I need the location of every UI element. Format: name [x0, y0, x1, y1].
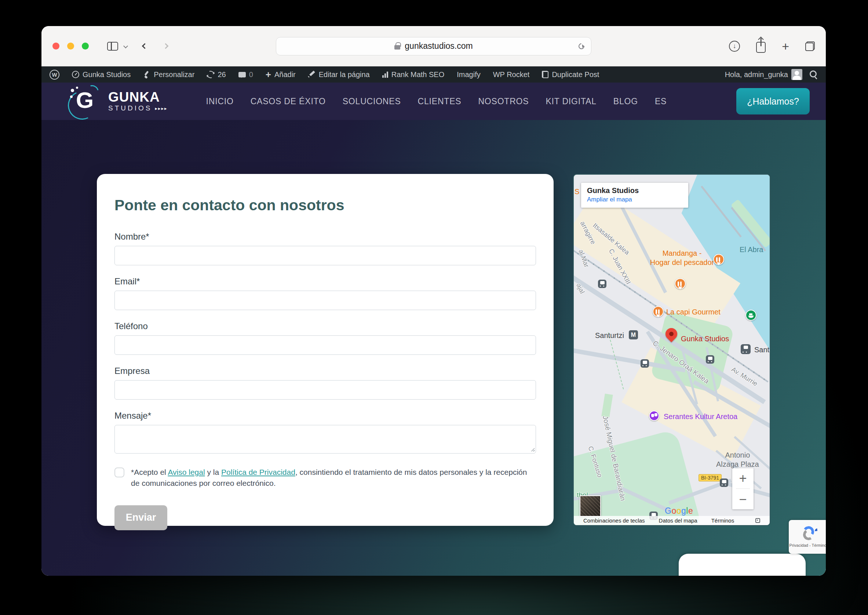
satellite-layer-thumbnail[interactable] — [580, 495, 601, 517]
map-enlarge-link[interactable]: Ampliar el mapa — [587, 196, 683, 203]
poi-label-serantes[interactable]: Serantes Kultur Aretoa — [664, 412, 737, 421]
logo-arrows: ▸▸▸▸ — [155, 106, 167, 111]
restaurant-pin-icon[interactable] — [713, 254, 724, 265]
company-label: Empresa — [114, 366, 536, 376]
admin-bar-rank-math[interactable]: Rank Math SEO — [382, 70, 445, 79]
admin-bar-comments[interactable]: 0 — [238, 70, 253, 79]
water-label-el-abra: El Abra — [740, 245, 763, 254]
fullscreen-window-button[interactable] — [82, 42, 89, 50]
message-field[interactable] — [114, 425, 536, 454]
map-attribution-bar: Combinaciones de teclas Datos del mapa T… — [574, 516, 770, 525]
wp-logo-menu[interactable]: W — [50, 70, 59, 80]
hablamos-cta-button[interactable]: ¿Hablamos? — [736, 88, 810, 114]
wp-admin-bar: W Gunka Studios Personalizar 26 0 + Añad… — [42, 66, 826, 83]
pencil-icon — [308, 71, 315, 78]
search-icon[interactable] — [810, 70, 818, 78]
poi-label-sant-partial[interactable]: Sant — [754, 346, 769, 354]
lock-icon — [394, 45, 400, 50]
email-field[interactable] — [114, 290, 536, 310]
admin-bar-customize[interactable]: Personalizar — [143, 70, 195, 79]
nav-clientes[interactable]: CLIENTES — [418, 97, 461, 106]
comments-count: 0 — [249, 70, 253, 79]
phone-field[interactable] — [114, 336, 536, 355]
nav-nosotros[interactable]: NOSOTROS — [478, 97, 529, 106]
nav-blog[interactable]: BLOG — [613, 97, 638, 106]
submit-button[interactable]: Enviar — [114, 505, 167, 530]
google-map-embed[interactable]: Itsasalde Kalea arragirre al Mar ajal C.… — [573, 174, 770, 526]
logo-sub: STUDIOS — [108, 104, 152, 112]
consent-mid: y la — [205, 468, 221, 476]
admin-bar-account[interactable]: Hola, admin_gunka — [725, 69, 803, 80]
admin-bar-new-content[interactable]: + Añadir — [266, 70, 296, 79]
tab-group-chevron-button[interactable] — [124, 44, 127, 48]
road-badge-bi3791: BI-3791 — [698, 474, 722, 481]
restaurant-pin-icon[interactable] — [653, 306, 664, 317]
consent-checkbox[interactable] — [114, 467, 125, 478]
poi-label-santurtzi[interactable]: Santurtzi — [595, 331, 624, 340]
nav-casos-de-exito[interactable]: CASOS DE ÉXITO — [251, 97, 326, 106]
admin-bar-updates[interactable]: 26 — [207, 70, 226, 79]
imagify-label: Imagify — [457, 70, 480, 79]
nav-language-es[interactable]: ES — [655, 97, 667, 106]
company-field[interactable] — [114, 380, 536, 400]
recaptcha-label: Privacidad - Términos — [790, 543, 826, 548]
rank-math-label: Rank Math SEO — [391, 70, 445, 79]
consent-prefix: *Acepto el — [131, 468, 168, 476]
site-logo[interactable]: G GUNKA STUDIOS ▸▸▸▸ — [70, 86, 168, 117]
zoom-in-button[interactable]: + — [732, 468, 754, 489]
map-terms-link[interactable]: Términos — [711, 517, 734, 524]
map-zoom-control: + − — [732, 468, 754, 509]
tab-overview-icon[interactable] — [805, 41, 815, 51]
forward-button[interactable] — [164, 44, 168, 48]
recaptcha-badge[interactable]: Privacidad - Términos — [789, 520, 826, 554]
politica-privacidad-link[interactable]: Política de Privacidad — [221, 468, 295, 476]
map-park-area — [601, 394, 612, 418]
browser-window: gunkastudios.com ↓ + W Gunka Studios Per… — [42, 26, 826, 576]
downloads-button[interactable]: ↓ — [729, 41, 740, 52]
gunka-logo-icon: G — [70, 86, 101, 117]
restaurant-pin-icon[interactable] — [675, 278, 686, 289]
theater-pin-icon[interactable] — [649, 411, 659, 421]
poi-label-mandanga[interactable]: Mandanga - Hogar del pescador — [640, 249, 724, 267]
name-label: Nombre* — [114, 231, 536, 242]
admin-bar-edit-page[interactable]: Editar la página — [308, 70, 370, 79]
google-logo[interactable]: Google — [665, 506, 693, 516]
bus-stop-icon[interactable] — [706, 355, 714, 364]
form-title: Ponte en contacto con nosotros — [114, 197, 536, 214]
url-text: gunkastudios.com — [405, 41, 472, 51]
minimize-window-button[interactable] — [67, 42, 74, 50]
poi-label-lacapi[interactable]: La capi Gourmet — [666, 308, 720, 317]
nav-kit-digital[interactable]: KIT DIGITAL — [545, 97, 596, 106]
reload-icon[interactable] — [577, 42, 586, 50]
seo-chart-icon — [382, 72, 388, 78]
metro-station-icon[interactable]: M — [629, 330, 638, 339]
poi-label-gunka-studios[interactable]: Gunka Studios — [681, 335, 729, 343]
map-keyboard-shortcuts-link[interactable]: Combinaciones de teclas — [583, 517, 645, 524]
train-station-icon[interactable] — [741, 344, 751, 354]
bus-stop-icon[interactable] — [598, 279, 606, 288]
share-icon[interactable] — [756, 42, 766, 53]
admin-bar-wp-rocket[interactable]: WP Rocket — [493, 70, 530, 79]
address-bar[interactable]: gunkastudios.com — [276, 37, 591, 55]
cookie-banner-peek[interactable] — [679, 554, 806, 576]
close-window-button[interactable] — [53, 42, 59, 50]
zoom-out-button[interactable]: − — [732, 489, 754, 509]
name-field[interactable] — [114, 246, 536, 265]
admin-bar-site-name[interactable]: Gunka Studios — [72, 70, 131, 79]
admin-bar-imagify[interactable]: Imagify — [457, 70, 480, 79]
admin-bar-duplicate-post[interactable]: Duplicate Post — [542, 70, 599, 79]
duplicate-post-label: Duplicate Post — [552, 70, 599, 79]
map-report-icon[interactable] — [755, 518, 760, 523]
bus-stop-icon[interactable] — [640, 359, 649, 368]
back-button[interactable] — [143, 44, 147, 48]
bus-stop-icon[interactable] — [720, 479, 728, 487]
nav-soluciones[interactable]: SOLUCIONES — [343, 97, 401, 106]
ferry-icon[interactable] — [745, 310, 756, 321]
browser-toolbar: gunkastudios.com ↓ + — [42, 26, 826, 66]
map-data-link[interactable]: Datos del mapa — [659, 517, 697, 524]
sidebar-toggle-button[interactable] — [107, 42, 118, 51]
new-tab-button[interactable]: + — [782, 40, 789, 53]
recaptcha-icon — [801, 526, 817, 541]
aviso-legal-link[interactable]: Aviso legal — [168, 468, 205, 476]
nav-inicio[interactable]: INICIO — [206, 97, 234, 106]
